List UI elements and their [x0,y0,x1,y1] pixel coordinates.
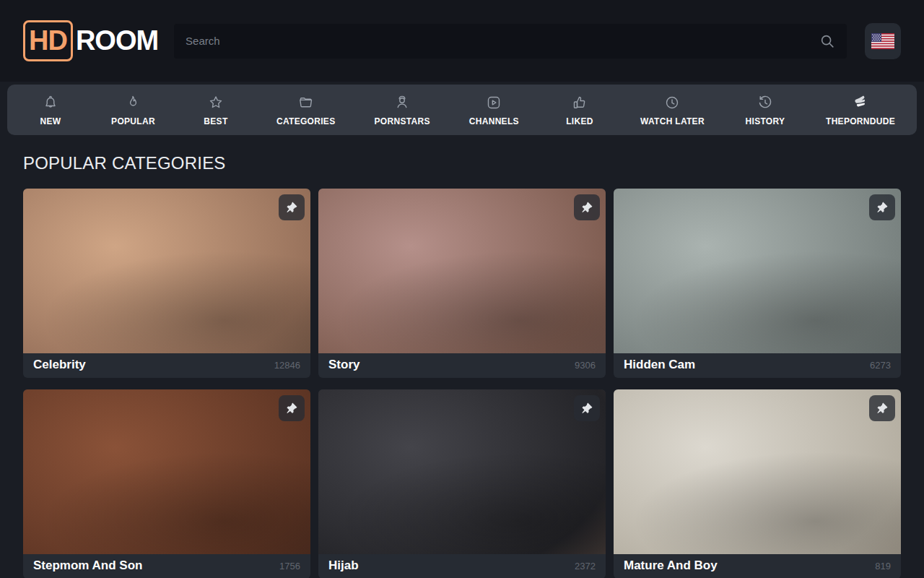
category-count: 2372 [575,561,596,571]
category-thumbnail[interactable] [614,389,901,554]
category-card-footer: Hijab 2372 [318,554,606,578]
clock-icon [663,94,681,111]
logo-room-text: ROOM [76,25,158,56]
category-count: 12846 [274,360,300,371]
category-thumbnail[interactable] [23,189,310,353]
logo-hd-text: HD [23,20,73,61]
language-flag-button[interactable] [865,23,901,59]
category-count: 9306 [575,360,596,371]
pin-button[interactable] [869,194,895,220]
search-bar [174,24,847,59]
top-bar: HD ROOM [0,0,924,82]
pushpin-icon [284,200,299,215]
nav-label: LIKED [566,116,593,126]
hand-logo-icon [852,94,869,111]
nav-item-theporndude[interactable]: THEPORNDUDE [826,94,895,126]
main-navigation: NEW POPULAR BEST CATEGORIES PORNSTARS [7,85,917,135]
pin-button[interactable] [279,194,305,220]
category-card-footer: Mature And Boy 819 [614,554,901,578]
bell-icon [42,94,59,111]
nav-item-categories[interactable]: CATEGORIES [276,94,335,126]
nav-label: CHANNELS [469,116,519,126]
nav-item-watch-later[interactable]: WATCH LATER [640,94,705,126]
category-count: 1756 [279,561,300,571]
category-card-footer: Stepmom And Son 1756 [23,554,310,578]
nav-label: NEW [40,116,61,126]
nav-item-liked[interactable]: LIKED [558,94,601,126]
main-content: POPULAR CATEGORIES Celebrity 12846 [0,153,924,578]
flame-icon [124,94,141,111]
pushpin-icon [580,200,594,215]
page-title: POPULAR CATEGORIES [23,153,901,173]
category-title[interactable]: Stepmom And Son [33,558,142,573]
pushpin-icon [875,401,889,415]
pushpin-icon [580,401,594,415]
star-icon [207,94,225,111]
search-icon[interactable] [819,33,835,49]
nav-item-channels[interactable]: CHANNELS [469,94,519,126]
category-card-footer: Hidden Cam 6273 [614,353,901,378]
nav-item-popular[interactable]: POPULAR [111,94,155,126]
pushpin-icon [284,401,299,415]
category-card-celebrity[interactable]: Celebrity 12846 [23,189,310,378]
pin-button[interactable] [869,395,895,421]
category-card-footer: Story 9306 [318,353,606,378]
nav-item-best[interactable]: BEST [194,94,237,126]
category-card-mature-and-boy[interactable]: Mature And Boy 819 [614,389,901,578]
play-square-icon [485,94,502,111]
category-thumbnail[interactable] [318,389,606,554]
folder-icon [297,94,315,111]
nav-label: CATEGORIES [276,116,335,126]
thumbs-up-icon [571,94,588,111]
category-thumbnail[interactable] [318,189,606,353]
pin-button[interactable] [574,395,600,421]
nav-label: HISTORY [746,116,785,126]
category-title[interactable]: Hidden Cam [624,358,695,372]
category-card-hidden-cam[interactable]: Hidden Cam 6273 [614,189,901,378]
category-title[interactable]: Mature And Boy [624,558,718,573]
pin-button[interactable] [279,395,305,421]
nav-label: WATCH LATER [640,116,705,126]
nav-label: POPULAR [111,116,155,126]
person-icon [393,94,411,111]
category-card-footer: Celebrity 12846 [23,353,310,378]
category-thumbnail[interactable] [614,189,901,353]
nav-label: THEPORNDUDE [826,116,895,126]
nav-label: PORNSTARS [375,116,430,126]
category-title[interactable]: Celebrity [33,358,86,372]
category-card-hijab[interactable]: Hijab 2372 [318,389,606,578]
us-flag-icon [871,33,894,49]
search-input[interactable] [186,35,819,47]
history-clock-icon [757,94,774,111]
nav-item-new[interactable]: NEW [29,94,72,126]
nav-label: BEST [204,116,227,126]
category-title[interactable]: Hijab [328,558,359,573]
site-logo[interactable]: HD ROOM [23,20,158,61]
category-count: 6273 [870,360,891,371]
pin-button[interactable] [574,194,600,220]
category-title[interactable]: Story [328,358,359,372]
pushpin-icon [875,200,889,215]
category-card-stepmom-and-son[interactable]: Stepmom And Son 1756 [23,389,310,578]
category-grid: Celebrity 12846 Story 9306 [23,189,901,578]
nav-item-history[interactable]: HISTORY [744,94,787,126]
category-count: 819 [875,561,891,571]
nav-item-pornstars[interactable]: PORNSTARS [375,94,430,126]
category-card-story[interactable]: Story 9306 [318,189,606,378]
category-thumbnail[interactable] [23,389,310,554]
